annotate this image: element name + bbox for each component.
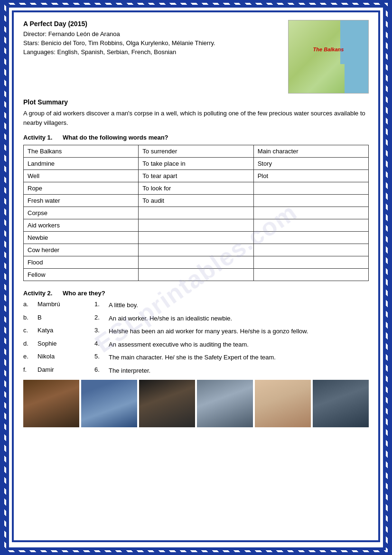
photo-sophie [197,380,253,427]
activity2-row: a. Mambrú 1. A little boy. [23,301,369,310]
activity2-rows: a. Mambrú 1. A little boy. b. B 2. An ai… [23,301,369,375]
vocab-cell [253,244,368,256]
activity2-name: B [37,314,94,321]
vocab-cell: Fresh water [24,195,139,207]
activity2-row: c. Katya 3. He/she has been an aid worke… [23,327,369,336]
vocabulary-table: The BalkansTo surrenderMain characterLan… [23,145,369,281]
vocab-cell: Flood [24,256,139,269]
balkans-map: The Balkans [288,20,369,94]
photo-damir [313,380,369,427]
vocab-cell: Main character [253,145,368,158]
activity2-row: e. Nikola 5. The main character. He/ she… [23,353,369,362]
vocab-cell: To audit [139,195,253,207]
vocab-cell: To take place in [139,158,253,170]
vocab-cell: Rope [24,182,139,195]
vocab-cell: Aid workers [24,219,139,232]
plot-summary-header: Plot Summary [23,98,369,106]
activity2-row: b. B 2. An aid worker. He/she is an idea… [23,314,369,323]
vocab-cell [253,256,368,269]
activity2-name: Nikola [37,353,94,360]
vocab-cell [139,232,253,244]
activity2-name: Katya [37,327,94,334]
vocab-cell [253,182,368,195]
vocab-cell: Landmine [24,158,139,170]
vocab-cell [139,256,253,269]
vocab-cell: Well [24,170,139,182]
activity2-letter: e. [23,353,37,360]
vocab-cell [253,232,368,244]
languages-line: Languages: English, Spanish, Serbian, Fr… [23,48,283,56]
activity2-number: 5. [94,353,109,360]
vocab-cell: Cow herder [24,244,139,256]
vocab-cell: To surrender [139,145,253,158]
vocab-cell [139,269,253,281]
activity2-question: Who are they? [63,290,105,297]
photo-b [81,380,137,427]
vocab-cell [253,269,368,281]
vocab-cell: Fellow [24,269,139,281]
activity2-row: f. Damir 6. The interpreter. [23,366,369,376]
activity2-description: An aid worker. He/she is an idealistic n… [109,314,369,323]
page-inner: A Perfect Day (2015) Director: Fernando … [12,10,380,542]
activity2-letter: b. [23,314,37,321]
vocab-cell [253,207,368,219]
director-line: Director: Fernando León de Aranoa [23,30,283,38]
activity2-letter: a. [23,301,37,308]
photo-mambru [23,380,79,427]
activity2-letter: d. [23,340,37,347]
activity1-header: Activity 1. What do the following words … [23,134,369,141]
vocab-cell: To look for [139,182,253,195]
header-text: A Perfect Day (2015) Director: Fernando … [23,20,283,57]
vocab-cell: Story [253,158,368,170]
vocab-cell [139,207,253,219]
activity2-description: An assessment executive who is auditing … [109,340,369,349]
activity2-description: He/she has been an aid worker for many y… [109,327,369,336]
activity2-letter: f. [23,366,37,373]
activity2-number: 2. [94,314,109,321]
photos-row [23,380,369,427]
activity2-row: d. Sophie 4. An assessment executive who… [23,340,369,349]
activity2-number: 4. [94,340,109,347]
activity2-letter: c. [23,327,37,334]
activity1-label: Activity 1. [23,134,52,141]
activity2-number: 3. [94,327,109,334]
vocab-cell [253,195,368,207]
vocab-cell: The Balkans [24,145,139,158]
activity2-name: Mambrú [37,301,94,308]
vocab-cell: Plot [253,170,368,182]
photo-nikola [255,380,311,427]
vocab-cell [139,244,253,256]
activity2-label: Activity 2. [23,290,52,297]
page-container: A Perfect Day (2015) Director: Fernando … [6,5,386,550]
movie-title: A Perfect Day (2015) [23,20,283,28]
activity2-header: Activity 2. Who are they? [23,290,369,297]
activity2-number: 1. [94,301,109,308]
map-label: The Balkans [313,47,344,52]
vocab-cell [253,219,368,232]
vocab-cell: Corpse [24,207,139,219]
activity2-name: Sophie [37,340,94,347]
vocab-cell [139,219,253,232]
activity2-description: A little boy. [109,301,369,310]
activity2-number: 6. [94,366,109,373]
photo-katya [139,380,195,427]
vocab-cell: To tear apart [139,170,253,182]
activity2-description: The interpreter. [109,366,369,376]
header-area: A Perfect Day (2015) Director: Fernando … [23,20,369,94]
vocab-cell: Newbie [24,232,139,244]
stars-line: Stars: Benicio del Toro, Tim Robbins, Ol… [23,39,283,47]
activity1-question: What do the following words mean? [63,134,168,141]
plot-summary-text: A group of aid workers discover a man's … [23,109,369,127]
activity2-name: Damir [37,366,94,373]
activity2-description: The main character. He/ she is the Safet… [109,353,369,362]
